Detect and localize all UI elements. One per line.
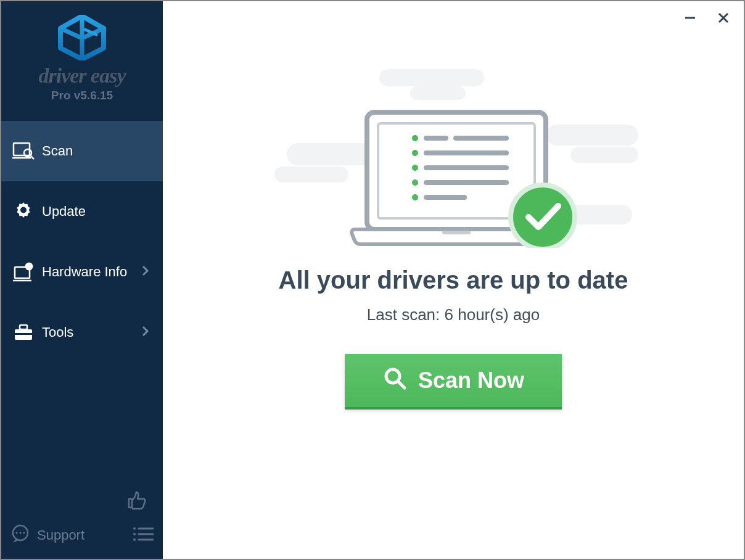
svg-rect-36 bbox=[424, 136, 448, 141]
svg-rect-29 bbox=[546, 125, 638, 146]
close-button[interactable] bbox=[715, 10, 731, 26]
svg-rect-10 bbox=[20, 325, 27, 329]
svg-text:i: i bbox=[28, 263, 30, 270]
scan-now-label: Scan Now bbox=[418, 368, 524, 393]
svg-point-38 bbox=[412, 150, 418, 156]
svg-rect-34 bbox=[442, 231, 471, 234]
last-scan-label: Last scan: 6 hour(s) ago bbox=[367, 305, 540, 324]
main-panel: All your drivers are up to date Last sca… bbox=[163, 1, 744, 559]
laptop-illustration bbox=[262, 63, 644, 248]
nav: Scan Update i bbox=[1, 121, 163, 363]
svg-point-15 bbox=[23, 532, 25, 534]
sidebar: driver easy Pro v5.6.15 Scan bbox=[1, 1, 163, 559]
chat-icon[interactable] bbox=[10, 524, 31, 546]
svg-point-13 bbox=[16, 532, 18, 534]
scan-now-button[interactable]: Scan Now bbox=[345, 354, 562, 410]
sidebar-item-label: Hardware Info bbox=[42, 264, 142, 280]
svg-rect-43 bbox=[424, 180, 509, 185]
version-label: Pro v5.6.15 bbox=[1, 89, 163, 102]
support-label[interactable]: Support bbox=[37, 527, 132, 543]
app-window: driver easy Pro v5.6.15 Scan bbox=[0, 0, 745, 560]
sidebar-item-label: Update bbox=[42, 204, 153, 220]
gear-icon bbox=[10, 201, 37, 222]
sidebar-item-scan[interactable]: Scan bbox=[1, 121, 163, 181]
svg-rect-26 bbox=[410, 86, 466, 100]
list-menu-icon[interactable] bbox=[132, 526, 154, 545]
svg-rect-30 bbox=[570, 147, 638, 163]
content: All your drivers are up to date Last sca… bbox=[163, 1, 744, 410]
toolbox-icon bbox=[10, 323, 37, 342]
search-icon bbox=[382, 366, 407, 396]
sidebar-item-label: Tools bbox=[42, 324, 142, 340]
status-headline: All your drivers are up to date bbox=[279, 266, 628, 294]
svg-point-14 bbox=[20, 532, 22, 534]
cube-logo-icon bbox=[1, 15, 163, 60]
svg-point-16 bbox=[133, 527, 136, 530]
svg-rect-25 bbox=[379, 69, 484, 86]
svg-point-46 bbox=[511, 185, 575, 248]
sidebar-item-tools[interactable]: Tools bbox=[1, 302, 163, 363]
logo-block: driver easy Pro v5.6.15 bbox=[1, 1, 163, 113]
svg-point-40 bbox=[412, 165, 418, 171]
minimize-button[interactable] bbox=[682, 10, 698, 26]
svg-rect-45 bbox=[424, 195, 467, 200]
scan-icon bbox=[10, 142, 37, 160]
chevron-right-icon bbox=[142, 326, 153, 340]
svg-rect-41 bbox=[424, 165, 509, 170]
sidebar-item-hardware-info[interactable]: i Hardware Info bbox=[1, 242, 163, 302]
svg-point-44 bbox=[412, 194, 418, 200]
svg-point-42 bbox=[412, 179, 418, 186]
svg-point-18 bbox=[133, 533, 136, 535]
svg-rect-28 bbox=[274, 167, 348, 183]
svg-rect-37 bbox=[453, 136, 509, 141]
chevron-right-icon bbox=[142, 265, 153, 279]
hardware-icon: i bbox=[10, 262, 37, 282]
svg-point-35 bbox=[412, 135, 418, 141]
sidebar-bottom: Support bbox=[1, 486, 163, 559]
thumbs-up-icon[interactable] bbox=[127, 490, 148, 513]
window-controls bbox=[682, 10, 731, 26]
sidebar-item-label: Scan bbox=[42, 143, 153, 159]
svg-line-48 bbox=[398, 382, 405, 388]
svg-line-3 bbox=[31, 156, 34, 159]
svg-point-4 bbox=[20, 207, 27, 213]
brand-name: driver easy bbox=[1, 64, 163, 88]
svg-rect-11 bbox=[15, 333, 32, 335]
svg-point-20 bbox=[133, 538, 136, 541]
svg-rect-39 bbox=[424, 150, 509, 155]
sidebar-item-update[interactable]: Update bbox=[1, 181, 163, 242]
